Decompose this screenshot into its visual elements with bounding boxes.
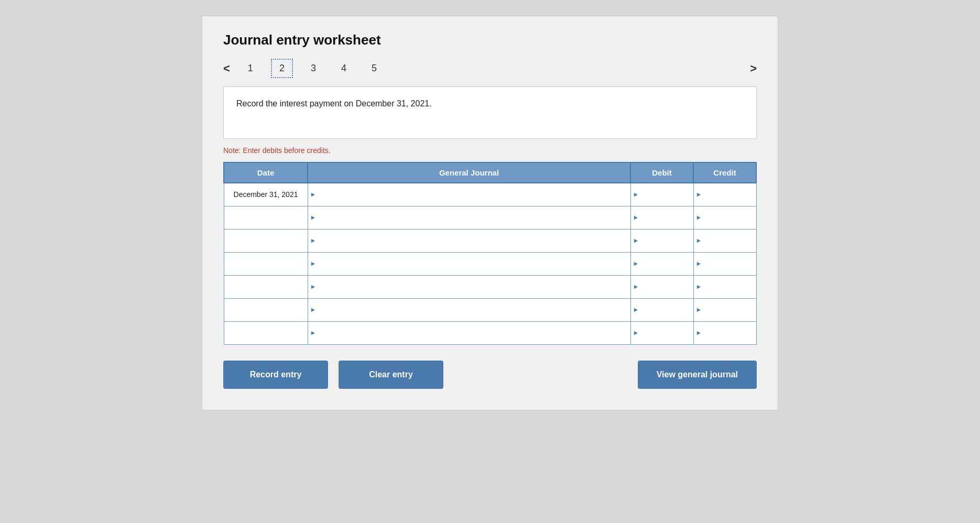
journal-cell-5[interactable]: ► (308, 275, 630, 298)
debit-input-2[interactable] (635, 209, 689, 227)
tab-1[interactable]: 1 (241, 60, 260, 77)
table-row: ► ► ► (224, 275, 756, 298)
debit-cell-5[interactable]: ► (630, 275, 693, 298)
credit-input-3[interactable] (698, 232, 752, 250)
journal-input-7[interactable] (312, 324, 626, 342)
cell-arrow-icon: ► (696, 214, 702, 221)
cell-arrow-icon: ► (696, 260, 702, 267)
credit-cell-2[interactable]: ► (693, 206, 756, 229)
date-cell-7 (224, 321, 308, 344)
table-row: ► ► ► (224, 298, 756, 321)
journal-input-2[interactable] (312, 209, 626, 227)
credit-cell-5[interactable]: ► (693, 275, 756, 298)
table-row: ► ► ► (224, 321, 756, 344)
date-cell-5 (224, 275, 308, 298)
date-cell-4 (224, 252, 308, 275)
instruction-box: Record the interest payment on December … (223, 86, 757, 139)
tab-4[interactable]: 4 (334, 60, 354, 77)
next-arrow[interactable]: > (750, 62, 757, 75)
debit-input-5[interactable] (635, 278, 689, 296)
table-row: December 31, 2021 ► ► ► (224, 183, 756, 206)
cell-arrow-icon: ► (310, 260, 317, 267)
tab-3[interactable]: 3 (303, 60, 323, 77)
credit-input-2[interactable] (698, 209, 752, 227)
cell-arrow-icon: ► (310, 283, 317, 290)
debit-cell-7[interactable]: ► (630, 321, 693, 344)
cell-arrow-icon: ► (696, 306, 702, 313)
journal-cell-1[interactable]: ► (308, 183, 630, 206)
table-row: ► ► ► (224, 206, 756, 229)
debit-input-6[interactable] (635, 301, 689, 319)
credit-cell-4[interactable]: ► (693, 252, 756, 275)
tab-2[interactable]: 2 (271, 59, 293, 78)
cell-arrow-icon: ► (310, 214, 317, 221)
table-row: ► ► ► (224, 252, 756, 275)
cell-arrow-icon: ► (633, 329, 639, 336)
date-cell-2 (224, 206, 308, 229)
cell-arrow-icon: ► (633, 191, 639, 198)
cell-arrow-icon: ► (696, 329, 702, 336)
cell-arrow-icon: ► (633, 260, 639, 267)
credit-cell-3[interactable]: ► (693, 229, 756, 252)
journal-cell-4[interactable]: ► (308, 252, 630, 275)
journal-input-6[interactable] (312, 301, 626, 319)
credit-input-5[interactable] (698, 278, 752, 296)
debit-input-4[interactable] (635, 255, 689, 273)
cell-arrow-icon: ► (633, 214, 639, 221)
header-credit: Credit (693, 162, 756, 183)
cell-arrow-icon: ► (696, 237, 702, 244)
date-cell-3 (224, 229, 308, 252)
debit-cell-2[interactable]: ► (630, 206, 693, 229)
credit-input-6[interactable] (698, 301, 752, 319)
journal-table: Date General Journal Debit Credit Decemb… (223, 162, 757, 345)
debit-cell-6[interactable]: ► (630, 298, 693, 321)
page-title: Journal entry worksheet (223, 32, 757, 48)
prev-arrow[interactable]: < (223, 62, 230, 75)
cell-arrow-icon: ► (696, 191, 702, 198)
credit-cell-1[interactable]: ► (693, 183, 756, 206)
credit-input-7[interactable] (698, 324, 752, 342)
instruction-text: Record the interest payment on December … (236, 97, 744, 110)
note-text: Note: Enter debits before credits. (223, 146, 757, 155)
date-cell-6 (224, 298, 308, 321)
tabs-navigation: < 1 2 3 4 5 > (223, 59, 757, 78)
header-debit: Debit (630, 162, 693, 183)
cell-arrow-icon: ► (633, 283, 639, 290)
cell-arrow-icon: ► (310, 329, 317, 336)
credit-cell-7[interactable]: ► (693, 321, 756, 344)
cell-arrow-icon: ► (633, 306, 639, 313)
cell-arrow-icon: ► (696, 283, 702, 290)
journal-input-3[interactable] (312, 232, 626, 250)
header-general-journal: General Journal (308, 162, 630, 183)
record-entry-button[interactable]: Record entry (223, 361, 328, 389)
debit-input-1[interactable] (635, 186, 689, 204)
journal-cell-2[interactable]: ► (308, 206, 630, 229)
header-date: Date (224, 162, 308, 183)
journal-input-5[interactable] (312, 278, 626, 296)
debit-input-3[interactable] (635, 232, 689, 250)
debit-cell-1[interactable]: ► (630, 183, 693, 206)
table-row: ► ► ► (224, 229, 756, 252)
credit-input-1[interactable] (698, 186, 752, 204)
journal-worksheet-container: Journal entry worksheet < 1 2 3 4 5 > Re… (202, 16, 778, 410)
credit-input-4[interactable] (698, 255, 752, 273)
buttons-row: Record entry Clear entry View general jo… (223, 361, 757, 389)
view-general-journal-button[interactable]: View general journal (638, 361, 757, 389)
debit-cell-3[interactable]: ► (630, 229, 693, 252)
journal-cell-6[interactable]: ► (308, 298, 630, 321)
tab-5[interactable]: 5 (364, 60, 384, 77)
clear-entry-button[interactable]: Clear entry (339, 361, 443, 389)
cell-arrow-icon: ► (633, 237, 639, 244)
journal-cell-7[interactable]: ► (308, 321, 630, 344)
cell-arrow-icon: ► (310, 191, 317, 198)
journal-input-4[interactable] (312, 255, 626, 273)
debit-input-7[interactable] (635, 324, 689, 342)
cell-arrow-icon: ► (310, 237, 317, 244)
credit-cell-6[interactable]: ► (693, 298, 756, 321)
cell-arrow-icon: ► (310, 306, 317, 313)
journal-input-1[interactable] (312, 186, 626, 204)
journal-cell-3[interactable]: ► (308, 229, 630, 252)
debit-cell-4[interactable]: ► (630, 252, 693, 275)
date-cell-1: December 31, 2021 (224, 183, 308, 206)
